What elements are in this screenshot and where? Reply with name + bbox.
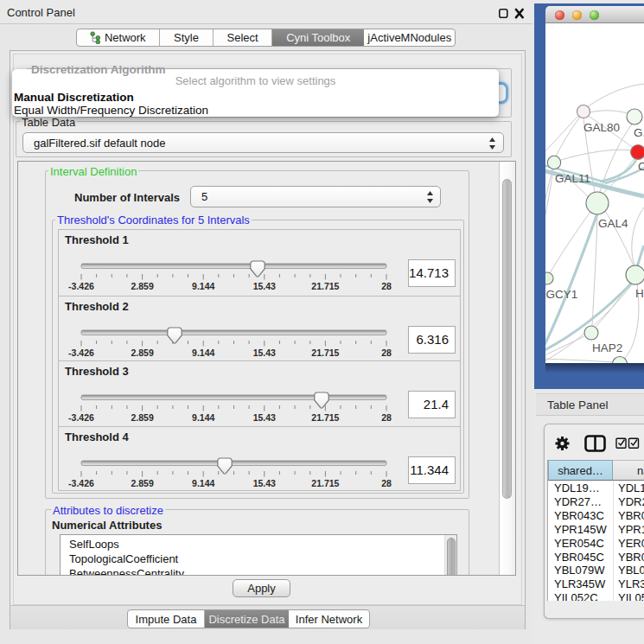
- svg-text:G...: G...: [634, 126, 644, 139]
- svg-text:C...: C...: [638, 160, 644, 173]
- svg-text:H: H: [635, 287, 644, 300]
- svg-text:GAL11: GAL11: [555, 172, 590, 185]
- svg-text:GAL80: GAL80: [583, 121, 620, 134]
- svg-text:HAP2: HAP2: [592, 341, 622, 354]
- svg-text:GAL4: GAL4: [598, 217, 628, 230]
- svg-text:GCY1: GCY1: [546, 288, 578, 301]
